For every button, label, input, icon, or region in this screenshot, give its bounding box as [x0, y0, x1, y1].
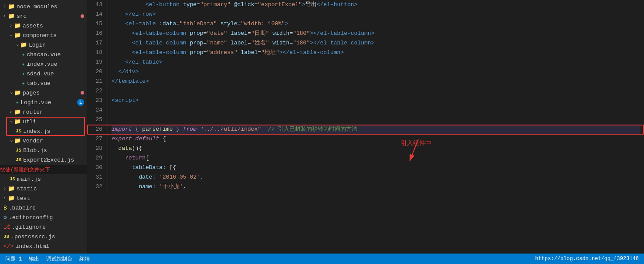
sidebar-item-main[interactable]: JS main.js	[0, 174, 87, 184]
code-line-30: tableData: [{	[112, 163, 641, 173]
editor-area: 引入组件中 13 14 15 16 17 18 19 20 21 22 23 2…	[87, 0, 644, 254]
js-icon: JS	[16, 157, 21, 162]
annotation-label: 欲使(新建的文件夹下	[0, 166, 50, 173]
code-line-25	[112, 115, 641, 125]
status-terminal[interactable]: 终端	[79, 255, 90, 263]
sidebar-item-label: chacao.vue	[27, 51, 61, 58]
sidebar-item-components[interactable]: › 📁 components	[0, 30, 87, 40]
line-num: 30	[91, 163, 102, 173]
sidebar-item-package-json[interactable]: {} package.json	[0, 251, 87, 254]
vue-icon: ✦	[22, 71, 25, 77]
code-line-32: name: '干小虎',	[112, 182, 641, 192]
line-num: 29	[91, 153, 102, 163]
status-bar: 问题 1 输出 调试控制台 终端 https://blog.csdn.net/q…	[0, 254, 644, 264]
status-problems[interactable]: 问题 1	[5, 255, 22, 263]
line-numbers: 13 14 15 16 17 18 19 20 21 22 23 24 25 2…	[87, 0, 108, 192]
sidebar-item-pages[interactable]: › 📁 pages	[0, 88, 87, 98]
sidebar-item-label: test	[17, 195, 30, 202]
code-line-31: date: '2016-05-02',	[112, 173, 641, 182]
folder-icon: 📁	[14, 118, 21, 125]
sidebar-item-utli[interactable]: › 📁 utli	[0, 117, 87, 126]
code-lines: <el-button type="primary" @click="export…	[108, 0, 644, 192]
sidebar-item-babelrc[interactable]: B .babelrc	[0, 203, 87, 213]
sidebar-item-test[interactable]: › 📁 test	[0, 193, 87, 203]
sidebar-item-router[interactable]: › 📁 router	[0, 107, 87, 117]
line-num: 14	[91, 10, 102, 19]
git-icon: ⎇	[3, 223, 10, 230]
line-num: 19	[91, 58, 102, 67]
sidebar-item-login-vue[interactable]: ✦ Login.vue 1	[0, 98, 87, 107]
sidebar-item-label: main.js	[17, 176, 41, 183]
sidebar-item-label: .editorconfig	[9, 214, 53, 221]
folder-icon: 📁	[14, 108, 21, 115]
code-line-27: export default {	[112, 134, 641, 144]
folder-icon: 📁	[14, 89, 21, 96]
sidebar-item-login-folder[interactable]: › 📁 Login	[0, 40, 87, 50]
line-num: 32	[91, 182, 102, 192]
vue-icon: ✦	[22, 51, 25, 58]
status-bar-left: 问题 1 输出 调试控制台 终端	[5, 255, 90, 263]
utli-group: › 📁 utli JS index.js	[0, 117, 87, 136]
code-line-17: <el-table-column prop="name" label="姓名" …	[112, 38, 641, 48]
folder-icon: 📁	[14, 137, 21, 144]
code-line-22	[112, 86, 641, 96]
editor-wrapper: 引入组件中 13 14 15 16 17 18 19 20 21 22 23 2…	[87, 0, 644, 254]
sidebar-item-utli-index[interactable]: JS index.js	[0, 126, 87, 136]
sidebar-item-postcss[interactable]: JS .postcssrc.js	[0, 232, 87, 241]
status-bar-right: https://blog.csdn.net/qq_43923146	[535, 256, 639, 262]
code-line-18: <el-table-column prop="address" label="地…	[112, 48, 641, 58]
arrow-icon: ›	[3, 14, 6, 19]
code-line-16: <el-table-column prop="date" label="日期" …	[112, 29, 641, 38]
sidebar-item-label: utli	[23, 118, 36, 125]
config-icon: ⚙	[3, 214, 7, 221]
sidebar-item-gitignore[interactable]: ⎇ .gitignore	[0, 222, 87, 232]
code-line-23: <script>	[112, 96, 641, 105]
sidebar-item-label: src	[17, 13, 27, 20]
status-output[interactable]: 输出	[29, 255, 39, 263]
sidebar-item-chacao[interactable]: ✦ chacao.vue	[0, 50, 87, 59]
json-icon: {}	[3, 253, 10, 254]
line-num: 20	[91, 67, 102, 77]
sidebar-item-src[interactable]: › 📁 src	[0, 11, 87, 21]
line-num: 28	[91, 144, 102, 153]
sidebar-item-node-modules[interactable]: › 📁 node_modules	[0, 2, 87, 11]
js-icon: JS	[3, 234, 9, 239]
sidebar-item-export2excel[interactable]: JS Export2Excel.js	[0, 155, 87, 165]
line-num: 25	[91, 115, 102, 125]
sidebar-item-label: Export2Excel.js	[23, 157, 74, 163]
sidebar-item-static[interactable]: › 📁 static	[0, 184, 87, 193]
sidebar-item-editorconfig[interactable]: ⚙ .editorconfig	[0, 213, 87, 222]
sidebar-item-vendor[interactable]: › 📁 vendor	[0, 136, 87, 146]
line-num: 24	[91, 105, 102, 115]
arrow-icon: ›	[3, 4, 6, 9]
sidebar-item-index-html[interactable]: </> index.html	[0, 241, 87, 251]
sidebar-item-label: assets	[23, 23, 43, 29]
arrow-icon: ›	[9, 91, 14, 94]
line-num: 13	[91, 0, 102, 10]
js-icon: JS	[10, 176, 15, 182]
js-icon: JS	[16, 148, 21, 153]
sidebar-item-label: sdsd.vue	[27, 71, 54, 77]
code-line-13: <el-button type="primary" @click="export…	[112, 0, 641, 10]
sidebar-item-tab[interactable]: ✦ tab.vue	[0, 78, 87, 88]
arrow-icon: ›	[15, 44, 20, 46]
vue-icon: ✦	[22, 80, 25, 87]
js-icon: JS	[16, 129, 21, 134]
sidebar-item-sdsd[interactable]: ✦ sdsd.vue	[0, 69, 87, 78]
sidebar-item-label: tab.vue	[27, 80, 51, 87]
line-num: 26	[91, 125, 102, 134]
sidebar-item-assets[interactable]: › 📁 assets	[0, 21, 87, 30]
sidebar-item-blob[interactable]: JS Blob.js	[0, 146, 87, 155]
vue-icon: ✦	[16, 99, 19, 106]
line-num: 27	[91, 134, 102, 144]
folder-icon: 📁	[8, 195, 15, 202]
line-num: 18	[91, 48, 102, 58]
status-debug[interactable]: 调试控制台	[46, 255, 72, 263]
sidebar: › 📁 node_modules › 📁 src › 📁 assets › 📁 …	[0, 0, 87, 254]
sidebar-item-label: index.vue	[27, 61, 57, 68]
sidebar-item-label: router	[23, 109, 43, 115]
sidebar-item-label: vendor	[23, 138, 43, 144]
sidebar-item-index-vue[interactable]: ✦ index.vue	[0, 59, 87, 69]
sidebar-item-label: components	[23, 32, 57, 39]
folder-icon: 📁	[8, 3, 15, 10]
